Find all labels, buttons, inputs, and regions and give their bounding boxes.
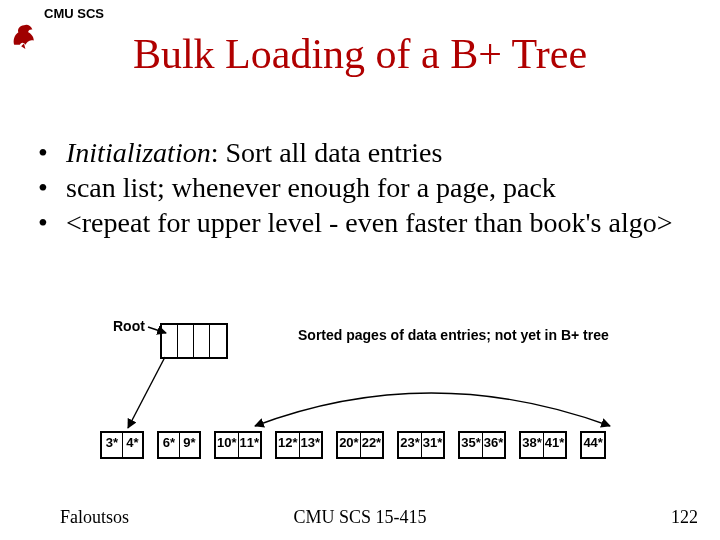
leaf-entry: 13* (299, 433, 322, 457)
bullet-rest: : Sort all data entries (211, 137, 443, 168)
leaf-entry: 6* (159, 433, 179, 457)
leaf-entry: 22* (360, 433, 383, 457)
leaf-page: 3*4* (100, 431, 144, 459)
leaf-entry: 23* (399, 433, 421, 457)
bullet-dot-icon: • (38, 170, 66, 205)
bullet-list: • Initialization: Sort all data entries … (38, 135, 688, 240)
root-label: Root (113, 318, 145, 334)
bullet-item: • <repeat for upper level - even faster … (38, 205, 688, 240)
leaf-page: 6*9* (157, 431, 201, 459)
leaf-page: 10*11* (214, 431, 262, 459)
bullet-dot-icon: • (38, 135, 66, 170)
leaf-entry: 35* (460, 433, 482, 457)
leaf-page: 35*36* (458, 431, 506, 459)
footer-page-number: 122 (671, 507, 698, 528)
leaf-entry: 12* (277, 433, 299, 457)
leaf-entry: 4* (122, 433, 142, 457)
leaf-entry: 3* (102, 433, 122, 457)
leaf-page: 20*22* (336, 431, 384, 459)
svg-line-1 (128, 357, 165, 428)
footer-course: CMU SCS 15-415 (0, 507, 720, 528)
slide-title: Bulk Loading of a B+ Tree (0, 30, 720, 78)
bullet-dot-icon: • (38, 205, 66, 240)
bullet-rest: scan list; whenever enough for a page, p… (66, 172, 556, 203)
root-slot (194, 325, 210, 357)
bullet-item: • scan list; whenever enough for a page,… (38, 170, 688, 205)
bullet-text: Initialization: Sort all data entries (66, 135, 688, 170)
root-slot (178, 325, 194, 357)
leaf-entry: 31* (421, 433, 444, 457)
leaf-entry: 20* (338, 433, 360, 457)
leaf-page: 12*13* (275, 431, 323, 459)
leaf-entry: 9* (179, 433, 199, 457)
leaf-entry: 36* (482, 433, 505, 457)
bullet-text: <repeat for upper level - even faster th… (66, 205, 688, 240)
btree-diagram: Root Sorted pages of data entries; not y… (0, 318, 720, 498)
header-course-label: CMU SCS (44, 6, 104, 21)
leaf-pages-row: 3*4*6*9*10*11*12*13*20*22*23*31*35*36*38… (100, 431, 606, 459)
diagram-arrows (0, 318, 720, 498)
root-node (160, 323, 228, 359)
leaf-page: 38*41* (519, 431, 567, 459)
leaf-entry: 10* (216, 433, 238, 457)
leaf-entry: 44* (582, 433, 604, 457)
leaf-page: 44* (580, 431, 606, 459)
bullet-rest: <repeat for upper level - even faster th… (66, 207, 673, 238)
leaf-page: 23*31* (397, 431, 445, 459)
leaf-entry: 41* (543, 433, 566, 457)
bullet-text: scan list; whenever enough for a page, p… (66, 170, 688, 205)
leaf-entry: 11* (238, 433, 261, 457)
root-slot (162, 325, 178, 357)
sorted-pages-label: Sorted pages of data entries; not yet in… (298, 327, 609, 343)
bullet-emph: Initialization (66, 137, 211, 168)
bullet-item: • Initialization: Sort all data entries (38, 135, 688, 170)
root-slot (210, 325, 226, 357)
leaf-entry: 38* (521, 433, 543, 457)
